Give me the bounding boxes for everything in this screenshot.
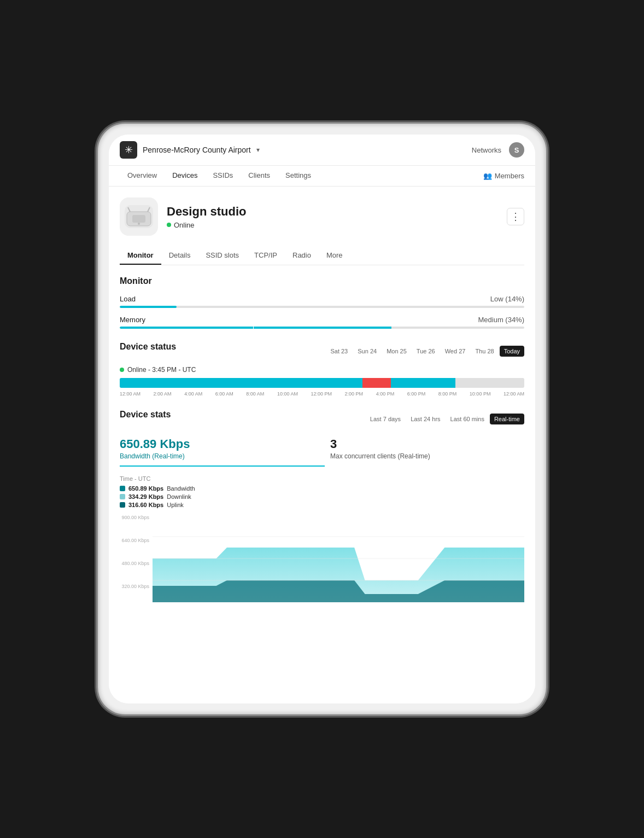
time-label-5: 10:00 AM: [277, 391, 298, 397]
device-status-header: Device status Sat 23 Sun 24 Mon 25 Tue 2…: [120, 342, 524, 360]
time-tab-7days[interactable]: Last 7 days: [366, 414, 405, 424]
dropdown-icon[interactable]: ▾: [256, 146, 260, 154]
members-button[interactable]: 👥 Members: [483, 172, 524, 180]
date-tab-sat23[interactable]: Sat 23: [326, 346, 352, 357]
time-label-2: 4:00 AM: [184, 391, 202, 397]
chart-container: 900.00 Kbps 640.00 Kbps 480.00 Kbps 320.…: [120, 515, 524, 602]
nav-tab-devices[interactable]: Devices: [165, 166, 205, 186]
monitor-memory-row: Memory Medium (34%): [120, 316, 524, 329]
sub-tabs: Monitor Details SSID slots TCP/IP Radio …: [120, 247, 524, 265]
nav-tab-settings[interactable]: Settings: [278, 166, 319, 186]
sub-tab-monitor[interactable]: Monitor: [120, 247, 161, 265]
online-badge: Online: [167, 221, 246, 229]
clients-value: 3: [330, 437, 524, 451]
time-label-12: 12:00 AM: [504, 391, 524, 397]
time-label-9: 6:00 PM: [407, 391, 426, 397]
legend-name-uplink: Uplink: [167, 502, 184, 508]
networks-link[interactable]: Networks: [472, 146, 501, 154]
date-tabs: Sat 23 Sun 24 Mon 25 Tue 26 Wed 27 Thu 2…: [326, 346, 524, 357]
sub-tab-tcpip[interactable]: TCP/IP: [247, 247, 285, 265]
nav-tab-ssids[interactable]: SSIDs: [205, 166, 241, 186]
status-indicator: Online - 3:45 PM - UTC: [120, 366, 524, 374]
time-tab-realtime[interactable]: Real-time: [490, 414, 524, 424]
nav-tabs: Overview Devices SSIDs Clients Settings …: [109, 166, 535, 187]
router-shape: [125, 205, 153, 228]
time-label-4: 8:00 AM: [246, 391, 264, 397]
memory-fill-2: [254, 327, 391, 329]
nav-tab-clients[interactable]: Clients: [241, 166, 278, 186]
legend-item-uplink: 316.60 Kbps Uplink: [120, 502, 524, 508]
top-bar: ✳ Penrose-McRory County Airport ▾ Networ…: [109, 135, 535, 166]
device-header: Design studio Online ⋮: [120, 197, 524, 236]
chart-y-label-1: 640.00 Kbps: [120, 538, 153, 543]
chart-y-labels: 900.00 Kbps 640.00 Kbps 480.00 Kbps 320.…: [120, 515, 153, 591]
logo-box: ✳: [120, 141, 137, 159]
device-info: Design studio Online: [167, 205, 246, 229]
time-label-7: 2:00 PM: [345, 391, 364, 397]
legend-kbps-bandwidth: 650.89 Kbps: [128, 485, 163, 492]
clients-metric: 3 Max concurrent clients (Real-time): [325, 437, 524, 467]
monitor-section: Monitor Load Low (14%) Memory Medium: [120, 276, 524, 329]
date-tab-tue26[interactable]: Tue 26: [412, 346, 440, 357]
time-label-3: 6:00 AM: [215, 391, 233, 397]
monitor-memory-header: Memory Medium (34%): [120, 316, 524, 324]
top-bar-right: Networks S: [472, 142, 524, 158]
time-label-10: 8:00 PM: [438, 391, 457, 397]
sub-tab-more[interactable]: More: [319, 247, 350, 265]
time-tab-24hrs[interactable]: Last 24 hrs: [406, 414, 444, 424]
sub-tab-ssid-slots[interactable]: SSID slots: [198, 247, 247, 265]
device-status-section: Device status Sat 23 Sun 24 Mon 25 Tue 2…: [120, 342, 524, 397]
svg-rect-1: [132, 215, 145, 223]
legend-kbps-uplink: 316.60 Kbps: [128, 502, 163, 508]
main-content: Design studio Online ⋮ Monitor Details S…: [109, 187, 535, 703]
more-button[interactable]: ⋮: [507, 208, 524, 225]
legend-item-downlink: 334.29 Kbps Downlink: [120, 493, 524, 500]
device-stats-title: Device stats: [120, 410, 171, 420]
sub-tab-radio[interactable]: Radio: [285, 247, 319, 265]
chart-area: [153, 515, 524, 602]
device-header-left: Design studio Online: [120, 197, 246, 236]
time-tab-60mins[interactable]: Last 60 mins: [446, 414, 489, 424]
top-bar-left: ✳ Penrose-McRory County Airport ▾: [120, 141, 260, 159]
time-label-0: 12:00 AM: [120, 391, 140, 397]
memory-value: Medium (34%): [478, 316, 524, 324]
stats-metrics: 650.89 Kbps Bandwidth (Real-time) 3 Max …: [120, 437, 524, 467]
device-icon: [120, 197, 158, 236]
time-label-11: 10:00 PM: [470, 391, 491, 397]
legend-kbps-downlink: 334.29 Kbps: [128, 493, 163, 500]
svg-point-4: [138, 223, 140, 225]
memory-fill-1: [120, 327, 253, 329]
date-tab-mon25[interactable]: Mon 25: [382, 346, 411, 357]
load-value: Low (14%): [490, 295, 524, 303]
date-tab-today[interactable]: Today: [500, 346, 524, 357]
date-tab-thu28[interactable]: Thu 28: [471, 346, 498, 357]
svg-line-3: [148, 207, 150, 212]
load-progress-fill: [120, 306, 177, 308]
legend-color-downlink: [120, 494, 125, 499]
legend-item-bandwidth: 650.89 Kbps Bandwidth: [120, 485, 524, 492]
online-dot: [167, 223, 171, 227]
time-label-8: 4:00 PM: [376, 391, 395, 397]
bandwidth-metric: 650.89 Kbps Bandwidth (Real-time): [120, 437, 325, 467]
bandwidth-label: Bandwidth (Real-time): [120, 452, 314, 460]
chart-y-label-2: 480.00 Kbps: [120, 561, 153, 566]
date-tab-wed27[interactable]: Wed 27: [441, 346, 470, 357]
timeline-container: 12:00 AM 2:00 AM 4:00 AM 6:00 AM 8:00 AM…: [120, 378, 524, 397]
sub-tab-details[interactable]: Details: [161, 247, 198, 265]
legend-color-uplink: [120, 502, 125, 508]
time-label-1: 2:00 AM: [154, 391, 172, 397]
time-label-6: 12:00 PM: [311, 391, 332, 397]
online-status: Online: [174, 221, 195, 229]
avatar[interactable]: S: [509, 142, 524, 158]
bandwidth-value: 650.89 Kbps: [120, 437, 314, 451]
nav-tab-overview[interactable]: Overview: [120, 166, 165, 186]
date-tab-sun24[interactable]: Sun 24: [353, 346, 381, 357]
nav-tabs-left: Overview Devices SSIDs Clients Settings: [120, 166, 319, 186]
load-label: Load: [120, 295, 136, 303]
legend-time-label: Time - UTC: [120, 475, 524, 482]
memory-progress-track: [120, 327, 524, 329]
chart-y-label-3: 320.00 Kbps: [120, 584, 153, 589]
monitor-load-row: Load Low (14%): [120, 295, 524, 308]
org-name[interactable]: Penrose-McRory County Airport: [143, 146, 251, 154]
chart-svg: [153, 515, 524, 602]
